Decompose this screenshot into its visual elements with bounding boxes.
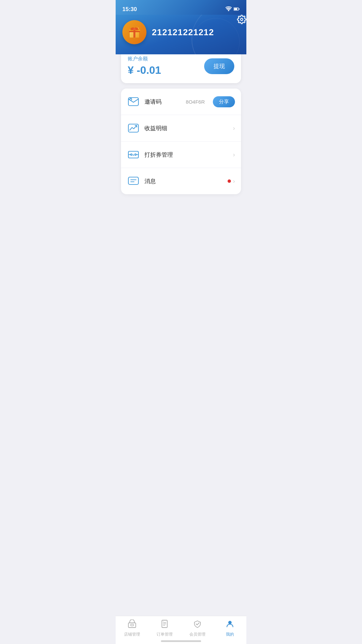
svg-rect-2	[234, 8, 237, 10]
svg-text:¥: ¥	[133, 154, 134, 157]
message-arrow: ›	[233, 178, 235, 185]
coupon-label: 打折券管理	[144, 151, 228, 159]
member-nav-label: 会员管理	[189, 632, 205, 637]
shop-nav-icon	[128, 620, 136, 630]
nav-item-shop[interactable]: 店铺管理	[116, 620, 148, 637]
menu-item-invite[interactable]: 邀请码 8O4F6R 分享	[121, 89, 241, 115]
svg-point-34	[228, 621, 232, 624]
member-nav-icon	[193, 620, 202, 630]
mine-nav-icon	[226, 620, 234, 630]
svg-rect-24	[128, 177, 138, 184]
earnings-label: 收益明细	[144, 124, 228, 132]
svg-point-12	[138, 28, 139, 29]
nav-item-order[interactable]: 订单管理	[148, 620, 181, 637]
home-indicator	[161, 640, 201, 642]
username-label: 212121221212	[152, 27, 214, 38]
balance-amount: ¥ -0.01	[128, 64, 161, 76]
shop-nav-label: 店铺管理	[124, 632, 140, 637]
notification-dot	[228, 179, 231, 183]
svg-line-33	[163, 621, 164, 622]
coupon-arrow: ›	[233, 151, 235, 158]
withdraw-button[interactable]: 提现	[204, 58, 234, 74]
menu-card: 邀请码 8O4F6R 分享 收益明细 › ¥ 打折券管理	[121, 89, 241, 194]
order-nav-icon	[160, 620, 169, 630]
svg-rect-28	[131, 624, 133, 626]
share-button[interactable]: 分享	[213, 96, 235, 107]
menu-item-coupon[interactable]: ¥ 打折券管理 ›	[121, 142, 241, 168]
svg-point-11	[133, 28, 136, 31]
header-row: 212121221212	[122, 20, 240, 44]
message-icon	[127, 175, 140, 187]
settings-button[interactable]	[237, 15, 246, 26]
earnings-arrow: ›	[233, 125, 235, 132]
status-time: 15:30	[122, 6, 137, 13]
svg-rect-27	[128, 623, 136, 628]
message-right: ›	[228, 178, 235, 185]
nav-item-mine[interactable]: 我的	[214, 620, 247, 637]
message-label: 消息	[144, 177, 223, 185]
svg-rect-7	[133, 30, 135, 38]
battery-icon	[234, 6, 240, 12]
invite-code-value: 8O4F6R	[186, 99, 205, 105]
balance-label: 账户余额	[128, 56, 161, 62]
header: 212121221212	[116, 15, 246, 54]
svg-point-14	[137, 27, 137, 28]
menu-item-earnings[interactable]: 收益明细 ›	[121, 115, 241, 142]
order-nav-label: 订单管理	[157, 632, 173, 637]
svg-rect-1	[239, 8, 239, 9]
status-icons	[226, 6, 240, 12]
bottom-nav: 店铺管理 订单管理 会员管理	[116, 616, 246, 644]
coupon-icon: ¥	[127, 148, 140, 161]
menu-item-message[interactable]: 消息 ›	[121, 168, 241, 194]
invite-label: 邀请码	[144, 98, 181, 106]
svg-point-3	[241, 18, 243, 21]
avatar	[122, 20, 146, 44]
mine-nav-label: 我的	[226, 632, 234, 637]
status-bar: 15:30	[116, 0, 246, 15]
svg-rect-8	[129, 31, 140, 32]
balance-info: 账户余额 ¥ -0.01	[128, 56, 161, 76]
nav-item-member[interactable]: 会员管理	[181, 620, 214, 637]
wifi-icon	[226, 6, 232, 12]
earnings-icon	[127, 122, 140, 135]
invite-icon	[127, 95, 140, 108]
svg-point-13	[139, 30, 140, 31]
